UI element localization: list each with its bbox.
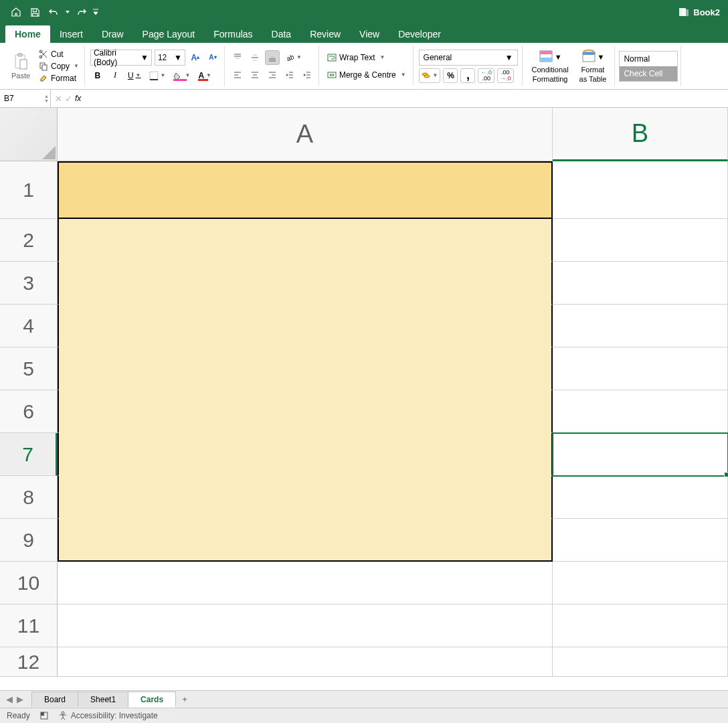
tab-page-layout[interactable]: Page Layout: [133, 25, 205, 43]
cell-b8[interactable]: [553, 476, 728, 519]
tab-developer[interactable]: Developer: [389, 25, 450, 43]
decrease-font-button[interactable]: A▾: [205, 50, 220, 65]
cell-b3[interactable]: [553, 262, 728, 305]
cell-b6[interactable]: [553, 390, 728, 433]
tab-insert[interactable]: Insert: [50, 25, 92, 43]
undo-icon[interactable]: [46, 4, 62, 20]
font-name-select[interactable]: Calibri (Body)▼: [90, 50, 152, 66]
row-header-8[interactable]: 8: [0, 476, 58, 519]
increase-decimal-button[interactable]: ←.0.00: [478, 68, 494, 83]
tab-formulas[interactable]: Formulas: [204, 25, 262, 43]
row-header-3[interactable]: 3: [0, 262, 58, 305]
sheet-tab-sheet1[interactable]: Sheet1: [78, 692, 128, 707]
style-check-cell[interactable]: Check Cell: [620, 66, 677, 81]
align-center-button[interactable]: [248, 68, 262, 82]
format-as-table-button[interactable]: ▼ Format as Table: [575, 47, 611, 84]
format-painter-button[interactable]: Format: [37, 73, 80, 84]
sheet-nav-next[interactable]: ▶: [15, 694, 25, 704]
cell-b7[interactable]: [553, 433, 728, 476]
add-sheet-button[interactable]: +: [176, 694, 193, 704]
redo-icon[interactable]: [74, 4, 90, 20]
macro-record-button[interactable]: [39, 711, 49, 720]
font-size-select[interactable]: 12▼: [155, 50, 185, 66]
paste-button[interactable]: Paste: [7, 46, 35, 86]
cell-a11[interactable]: [58, 605, 553, 647]
cell-a6[interactable]: [58, 390, 553, 433]
cut-button[interactable]: Cut: [37, 49, 80, 60]
decrease-indent-button[interactable]: [282, 68, 297, 82]
merge-centre-button[interactable]: Merge & Centre▼: [325, 68, 409, 82]
sheet-nav-prev[interactable]: ◀: [4, 694, 15, 704]
row-header-7[interactable]: 7: [0, 433, 58, 476]
orientation-button[interactable]: ab▼: [282, 50, 304, 65]
cell-b10[interactable]: [553, 562, 728, 605]
name-box[interactable]: B7 ▲▼: [0, 90, 51, 107]
increase-font-button[interactable]: A▴: [188, 50, 203, 65]
cell-a7[interactable]: [58, 433, 553, 476]
wrap-text-button[interactable]: Wrap Text▼: [325, 50, 388, 65]
align-left-button[interactable]: [230, 68, 245, 82]
accessibility-status[interactable]: Accessibility: Investigate: [58, 711, 158, 720]
cell-a1[interactable]: [58, 161, 553, 219]
cell-b1[interactable]: [553, 161, 728, 219]
undo-dropdown-icon[interactable]: [64, 4, 71, 20]
formula-input[interactable]: [85, 90, 728, 107]
percent-button[interactable]: %: [443, 68, 458, 83]
cell-b12[interactable]: [553, 647, 728, 677]
save-icon[interactable]: [27, 4, 43, 20]
tab-view[interactable]: View: [350, 25, 389, 43]
copy-button[interactable]: Copy ▼: [37, 61, 80, 72]
cell-b9[interactable]: [553, 519, 728, 562]
enter-formula-icon[interactable]: ✓: [65, 94, 72, 104]
tab-review[interactable]: Review: [300, 25, 350, 43]
align-right-button[interactable]: [265, 68, 280, 82]
decrease-decimal-button[interactable]: .00→.0: [497, 68, 514, 83]
home-icon[interactable]: [8, 4, 24, 20]
cell-b4[interactable]: [553, 305, 728, 347]
cell-a9[interactable]: [58, 519, 553, 562]
cell-a5[interactable]: [58, 347, 553, 390]
cancel-formula-icon[interactable]: ✕: [55, 94, 62, 104]
fill-color-button[interactable]: ▼: [171, 68, 193, 83]
tab-data[interactable]: Data: [262, 25, 301, 43]
row-header-2[interactable]: 2: [0, 219, 58, 262]
qat-customize-icon[interactable]: [92, 4, 99, 20]
cell-b5[interactable]: [553, 347, 728, 390]
row-header-5[interactable]: 5: [0, 347, 58, 390]
sheet-tab-board[interactable]: Board: [31, 692, 78, 707]
style-normal[interactable]: Normal: [620, 52, 677, 66]
align-top-button[interactable]: [230, 50, 245, 65]
row-header-12[interactable]: 12: [0, 647, 58, 677]
tab-draw[interactable]: Draw: [92, 25, 133, 43]
cell-a3[interactable]: [58, 262, 553, 305]
currency-button[interactable]: ▼: [419, 68, 441, 83]
cell-b2[interactable]: [553, 219, 728, 262]
align-middle-button[interactable]: [248, 50, 262, 65]
borders-button[interactable]: ▼: [147, 68, 169, 83]
spreadsheet-grid[interactable]: A B 1 2 3 4 5 6 7 8 9: [0, 108, 728, 690]
cell-a10[interactable]: [58, 562, 553, 605]
name-box-up[interactable]: ▲: [44, 94, 49, 98]
bold-button[interactable]: B: [90, 68, 105, 83]
comma-button[interactable]: ,: [460, 68, 475, 83]
name-box-down[interactable]: ▼: [44, 98, 49, 103]
row-header-4[interactable]: 4: [0, 305, 58, 347]
increase-indent-button[interactable]: [300, 68, 314, 82]
cell-a4[interactable]: [58, 305, 553, 347]
row-header-9[interactable]: 9: [0, 519, 58, 562]
column-header-b[interactable]: B: [553, 108, 728, 161]
column-header-a[interactable]: A: [58, 108, 553, 161]
italic-button[interactable]: I: [108, 68, 122, 83]
row-header-1[interactable]: 1: [0, 161, 58, 219]
cell-a12[interactable]: [58, 647, 553, 677]
cell-a2[interactable]: [58, 219, 553, 262]
underline-button[interactable]: U▼: [125, 68, 144, 83]
select-all-corner[interactable]: [0, 108, 58, 161]
row-header-6[interactable]: 6: [0, 390, 58, 433]
conditional-formatting-button[interactable]: ▼ Conditional Formatting: [528, 47, 573, 84]
row-header-11[interactable]: 11: [0, 605, 58, 647]
sheet-tab-cards[interactable]: Cards: [128, 692, 176, 708]
fx-icon[interactable]: fx: [75, 94, 81, 103]
font-color-button[interactable]: A ▼: [195, 68, 214, 83]
cell-a8[interactable]: [58, 476, 553, 519]
